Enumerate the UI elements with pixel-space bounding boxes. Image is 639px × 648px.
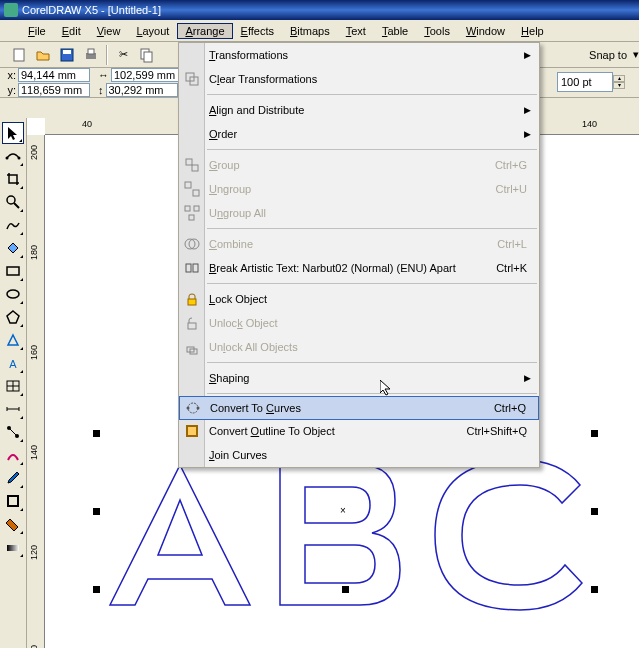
svg-rect-35 <box>193 264 198 272</box>
fontsize-input[interactable]: 100 pt <box>557 72 613 92</box>
tool-table[interactable] <box>2 375 24 397</box>
menuitem-label: Convert Outline To Object <box>209 425 466 437</box>
svg-rect-11 <box>7 267 19 275</box>
tool-pick[interactable] <box>2 122 24 144</box>
menu-window[interactable]: Window <box>458 23 513 39</box>
menubar: FileEditViewLayoutArrangeEffectsBitmapsT… <box>0 20 639 42</box>
svg-rect-29 <box>185 206 190 211</box>
snapto-label[interactable]: Snap to <box>585 47 631 63</box>
y-input[interactable] <box>18 83 90 97</box>
tool-zoom[interactable] <box>2 191 24 213</box>
selection-handle[interactable] <box>93 430 100 437</box>
copy-button[interactable] <box>136 44 158 66</box>
tool-dimension[interactable] <box>2 398 24 420</box>
menuitem-align-and-distribute[interactable]: Align and Distribute▶ <box>179 98 539 122</box>
break-icon <box>183 259 201 277</box>
selection-handle[interactable] <box>591 508 598 515</box>
menuitem-transformations[interactable]: Transformations▶ <box>179 43 539 67</box>
svg-point-12 <box>7 290 19 298</box>
menuitem-label: Join Curves <box>209 449 539 461</box>
menuitem-shaping[interactable]: Shaping▶ <box>179 366 539 390</box>
fontsize-down[interactable]: ▾ <box>613 82 625 89</box>
titlebar: CorelDRAW X5 - [Untitled-1] <box>0 0 639 20</box>
artistic-text-abc[interactable] <box>100 455 620 615</box>
selection-handle[interactable] <box>342 586 349 593</box>
selection-handle[interactable] <box>591 586 598 593</box>
selection-handle[interactable] <box>591 430 598 437</box>
svg-rect-4 <box>88 49 94 54</box>
svg-rect-34 <box>186 264 191 272</box>
selection-handle[interactable] <box>93 586 100 593</box>
menuitem-lock-object[interactable]: Lock Object <box>179 287 539 311</box>
tool-freehand[interactable] <box>2 214 24 236</box>
menuitem-label: Clear Transformations <box>209 73 539 85</box>
menuitem-convert-outline-to-object[interactable]: Convert Outline To ObjectCtrl+Shift+Q <box>179 419 539 443</box>
svg-rect-37 <box>188 323 196 329</box>
tool-eyedropper[interactable] <box>2 467 24 489</box>
submenu-arrow-icon: ▶ <box>524 50 531 60</box>
tool-shape[interactable] <box>2 145 24 167</box>
menu-text[interactable]: Text <box>338 23 374 39</box>
tool-outline[interactable] <box>2 490 24 512</box>
menuitem-label: Convert To Curves <box>210 402 494 414</box>
height-input[interactable] <box>106 83 178 97</box>
save-button[interactable] <box>56 44 78 66</box>
tool-polygon[interactable] <box>2 306 24 328</box>
svg-rect-0 <box>14 49 24 61</box>
menuitem-convert-to-curves[interactable]: Convert To CurvesCtrl+Q <box>179 396 539 420</box>
unlock-all-icon <box>183 338 201 356</box>
blank-icon <box>183 46 201 64</box>
menuitem-order[interactable]: Order▶ <box>179 122 539 146</box>
menu-view[interactable]: View <box>89 23 129 39</box>
svg-line-20 <box>9 428 17 436</box>
height-icon: ↕ <box>98 84 104 96</box>
selection-handle[interactable] <box>93 508 100 515</box>
menuitem-shortcut: Ctrl+L <box>497 238 527 250</box>
tool-text[interactable]: A <box>2 352 24 374</box>
menu-layout[interactable]: Layout <box>128 23 177 39</box>
tool-crop[interactable] <box>2 168 24 190</box>
menuitem-label: Unlock Object <box>209 317 539 329</box>
menuitem-shortcut: Ctrl+Shift+Q <box>466 425 527 437</box>
width-icon: ↔ <box>98 69 109 81</box>
menuitem-clear-transformations[interactable]: Clear Transformations <box>179 67 539 91</box>
menuitem-label: Unlock All Objects <box>209 341 539 353</box>
print-button[interactable] <box>80 44 102 66</box>
fontsize-up[interactable]: ▴ <box>613 75 625 82</box>
tool-smartfill[interactable] <box>2 237 24 259</box>
x-input[interactable] <box>18 68 90 82</box>
svg-rect-22 <box>7 545 19 551</box>
ungroup-all-icon <box>183 204 201 222</box>
tool-rectangle[interactable] <box>2 260 24 282</box>
svg-point-41 <box>187 407 190 410</box>
width-input[interactable] <box>111 68 183 82</box>
tool-ellipse[interactable] <box>2 283 24 305</box>
new-button[interactable] <box>8 44 30 66</box>
selection-center[interactable]: × <box>340 505 349 514</box>
blank-icon <box>183 369 201 387</box>
menuitem-break-artistic-text-narbut-nor[interactable]: Break Artistic Text: Narbut02 (Normal) (… <box>179 256 539 280</box>
open-button[interactable] <box>32 44 54 66</box>
menu-tools[interactable]: Tools <box>416 23 458 39</box>
menuitem-label: Transformations <box>209 49 524 61</box>
menu-help[interactable]: Help <box>513 23 552 39</box>
tool-interactive-fill[interactable] <box>2 536 24 558</box>
menu-table[interactable]: Table <box>374 23 416 39</box>
menuitem-join-curves[interactable]: Join Curves <box>179 443 539 467</box>
menu-effects[interactable]: Effects <box>233 23 282 39</box>
menu-file[interactable]: File <box>20 23 54 39</box>
snapto-dropdown-arrow[interactable]: ▾ <box>633 48 639 61</box>
ruler-h-tick: 40 <box>82 119 92 129</box>
menu-arrange[interactable]: Arrange <box>177 23 232 39</box>
tool-connector[interactable] <box>2 421 24 443</box>
tool-interactive[interactable] <box>2 444 24 466</box>
menuitem-ungroup-all: Ungroup All <box>179 201 539 225</box>
submenu-arrow-icon: ▶ <box>524 129 531 139</box>
menuitem-label: Align and Distribute <box>209 104 524 116</box>
menu-edit[interactable]: Edit <box>54 23 89 39</box>
tool-basicshapes[interactable] <box>2 329 24 351</box>
cut-button[interactable]: ✂ <box>112 44 134 66</box>
svg-rect-31 <box>189 215 194 220</box>
menu-bitmaps[interactable]: Bitmaps <box>282 23 338 39</box>
tool-fill[interactable] <box>2 513 24 535</box>
